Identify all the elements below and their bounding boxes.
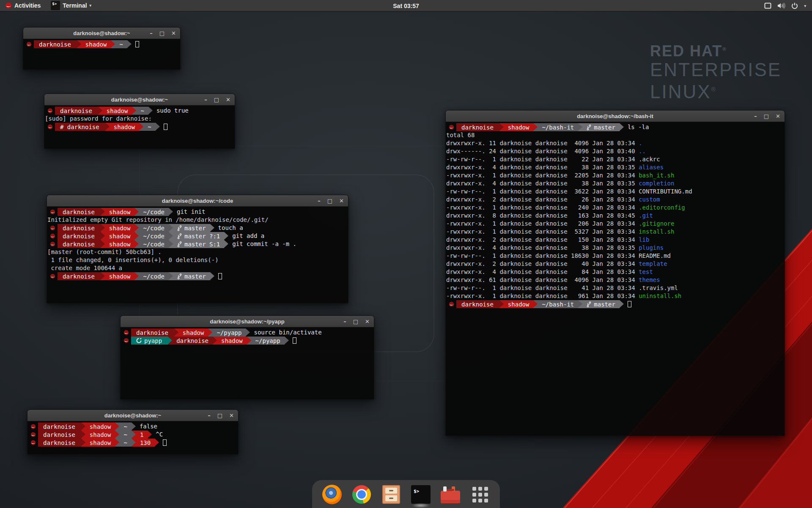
dock-item-toolbox[interactable] bbox=[440, 484, 461, 505]
minimize-button[interactable]: – bbox=[204, 94, 207, 105]
window-titlebar[interactable]: darknoise@shadow:~–□✕ bbox=[44, 94, 235, 105]
maximize-button[interactable]: □ bbox=[217, 410, 222, 421]
prompt-segment-exit: 1 bbox=[136, 431, 148, 439]
prompt-line: darknoiseshadow~/codemastertouch a bbox=[47, 224, 348, 232]
maximize-button[interactable]: □ bbox=[214, 94, 219, 105]
prompt-segment-label: ~ bbox=[148, 124, 151, 130]
prompt-segment-label: darknoise bbox=[43, 431, 75, 438]
prompt-segment-branch: master ?:1 bbox=[173, 232, 224, 240]
terminal-content[interactable]: darknoiseshadow~falsedarknoiseshadow~1^C… bbox=[27, 421, 238, 454]
prompt-segment-host: shadow bbox=[85, 439, 115, 447]
redhat-prompt-icon bbox=[28, 422, 38, 431]
maximize-button[interactable]: □ bbox=[159, 28, 165, 39]
clock[interactable]: Sat 03:57 bbox=[389, 0, 423, 11]
powerline-separator-icon bbox=[101, 240, 105, 248]
window-titlebar[interactable]: darknoise@shadow:~/bash-it–□✕ bbox=[446, 110, 785, 122]
volume-icon bbox=[777, 3, 785, 9]
close-button[interactable]: ✕ bbox=[226, 94, 230, 105]
prompt-segment-label: ~/code bbox=[143, 225, 165, 232]
terminal-window: darknoise@shadow:~–□✕darknoiseshadow~ bbox=[23, 27, 181, 70]
rhel-logo-linux: LINUX® bbox=[650, 80, 782, 102]
powerline-separator-icon bbox=[169, 240, 173, 248]
prompt-segment-host: shadow bbox=[105, 224, 135, 232]
terminal-output-line: total 68 bbox=[446, 131, 784, 139]
close-button[interactable]: ✕ bbox=[365, 316, 370, 327]
terminal-icon: $> bbox=[411, 485, 431, 504]
file-list-row: -rwxrwxr-x. 1 darknoise darknoise 240 Ja… bbox=[446, 204, 784, 212]
app-menu[interactable]: $> Terminal ▾ bbox=[46, 0, 96, 11]
prompt-segment-label: shadow bbox=[109, 225, 131, 232]
rhel-logo-redhat: RED HAT® bbox=[650, 42, 782, 60]
prompt-segment-user: # darknoise bbox=[55, 123, 105, 131]
window-titlebar[interactable]: darknoise@shadow:~–□✕ bbox=[23, 28, 180, 39]
minimize-button[interactable]: – bbox=[318, 195, 321, 207]
maximize-button[interactable]: □ bbox=[764, 110, 769, 122]
window-controls: –□✕ bbox=[208, 410, 234, 421]
terminal-window: darknoise@shadow:~–□✕darknoiseshadow~fal… bbox=[27, 409, 239, 455]
maximize-button[interactable]: □ bbox=[353, 316, 358, 327]
prompt-segment-user: darknoise bbox=[58, 272, 101, 280]
file-list-row: drwxrwxr-x. 4 darknoise darknoise 38 Jan… bbox=[446, 163, 784, 171]
redhat-prompt-icon bbox=[121, 337, 131, 345]
file-meta: drwxrwxr-x. 2 darknoise darknoise 150 Ja… bbox=[446, 236, 639, 243]
prompt-line: darknoiseshadow~/bash-itmasterls -la bbox=[446, 123, 784, 131]
terminal-content[interactable]: darknoiseshadow~ bbox=[23, 39, 180, 69]
window-title: darknoise@shadow:~ bbox=[104, 412, 161, 419]
dock-item-terminal[interactable]: $> bbox=[410, 484, 431, 505]
powerline-separator-icon bbox=[77, 40, 81, 48]
maximize-button[interactable]: □ bbox=[327, 195, 332, 207]
window-controls: –□✕ bbox=[318, 195, 344, 207]
window-titlebar[interactable]: darknoise@shadow:~–□✕ bbox=[27, 410, 238, 421]
powerline-separator-icon bbox=[224, 240, 228, 248]
prompt-segment-user: darknoise bbox=[172, 337, 213, 345]
command-text: source bin/activate bbox=[250, 329, 321, 337]
prompt-segment-label: shadow bbox=[109, 241, 131, 248]
activities-button[interactable]: Activities bbox=[0, 0, 46, 11]
minimize-button[interactable]: – bbox=[150, 28, 153, 39]
prompt-line: darknoiseshadow~/codemaster S:1git commi… bbox=[47, 240, 348, 248]
prompt-segment-path: ~/code bbox=[139, 232, 169, 240]
window-controls: –□✕ bbox=[343, 316, 370, 327]
file-name: .gitignore bbox=[639, 220, 674, 227]
close-button[interactable]: ✕ bbox=[171, 28, 176, 39]
powerline-separator-icon bbox=[620, 123, 624, 131]
powerline-separator-icon bbox=[210, 224, 214, 232]
window-controls: –□✕ bbox=[150, 28, 176, 39]
powerline-separator-icon bbox=[148, 107, 153, 115]
close-button[interactable]: ✕ bbox=[229, 410, 234, 421]
file-list-row: -rw-rw-r--. 1 darknoise darknoise 18630 … bbox=[446, 252, 784, 260]
prompt-segment-label: ~/code bbox=[143, 273, 165, 280]
redhat-prompt-icon bbox=[45, 123, 55, 131]
terminal-content[interactable]: darknoiseshadow~sudo true[sudo] password… bbox=[44, 105, 235, 149]
powerline-separator-icon bbox=[224, 232, 228, 240]
powerline-separator-icon bbox=[101, 232, 105, 240]
file-list-row: drwxrwxr-x. 4 darknoise darknoise 38 Jan… bbox=[446, 179, 784, 188]
dock-item-files[interactable] bbox=[381, 484, 402, 505]
file-list-row: -rw-rw-r--. 1 darknoise darknoise 41 Jan… bbox=[446, 284, 784, 292]
prompt-segment-path: ~ bbox=[119, 431, 131, 439]
dock-item-chrome[interactable] bbox=[351, 484, 372, 505]
powerline-separator-icon bbox=[578, 300, 582, 308]
minimize-button[interactable]: – bbox=[208, 410, 211, 421]
window-titlebar[interactable]: darknoise@shadow:~/code–□✕ bbox=[47, 195, 348, 207]
powerline-separator-icon bbox=[115, 431, 119, 439]
terminal-content[interactable]: darknoiseshadow~/bash-itmasterls -latota… bbox=[446, 122, 785, 436]
terminal-content[interactable]: darknoiseshadow~/pyappsource bin/activat… bbox=[121, 327, 374, 399]
minimize-button[interactable]: – bbox=[343, 316, 346, 327]
caret-down-icon: ▾ bbox=[90, 3, 92, 8]
dock-item-firefox[interactable] bbox=[321, 484, 343, 505]
file-meta: -rw-rw-r--. 1 darknoise darknoise 3622 J… bbox=[446, 188, 639, 195]
prompt-line: darknoiseshadow~/bash-itmaster bbox=[446, 300, 784, 308]
top-bar: Activities $> Terminal ▾ Sat 03:57 bbox=[0, 0, 812, 11]
close-button[interactable]: ✕ bbox=[339, 195, 344, 207]
rhel-logo-enterprise: ENTERPRISE bbox=[650, 60, 782, 80]
file-list-row: drwxrwxr-x. 61 darknoise darknoise 4096 … bbox=[446, 276, 784, 284]
close-button[interactable]: ✕ bbox=[776, 110, 780, 122]
prompt-segment-label: darknoise bbox=[136, 329, 168, 336]
system-tray[interactable]: ▾ bbox=[761, 0, 809, 11]
file-list-row: drwxrwxr-x. 2 darknoise darknoise 40 Jan… bbox=[446, 260, 784, 268]
terminal-content[interactable]: darknoiseshadow~/codegit initInitialized… bbox=[47, 207, 348, 303]
window-titlebar[interactable]: darknoise@shadow:~/pyapp–□✕ bbox=[121, 316, 374, 327]
dock-item-app-grid[interactable] bbox=[469, 484, 491, 505]
minimize-button[interactable]: – bbox=[754, 110, 757, 122]
